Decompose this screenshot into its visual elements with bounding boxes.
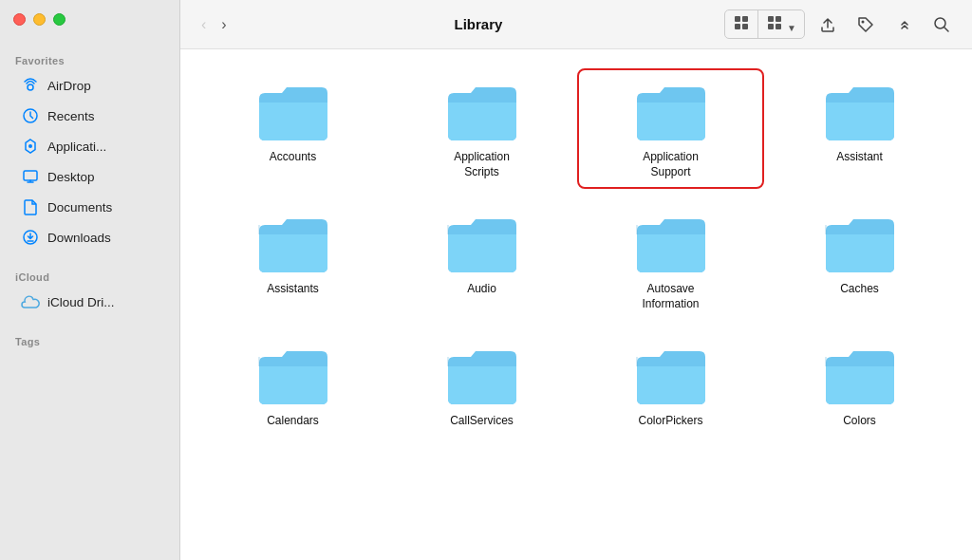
minimize-button[interactable] xyxy=(33,13,46,26)
svg-rect-3 xyxy=(24,171,37,180)
svg-rect-10 xyxy=(776,16,781,22)
folder-colors-label: Colors xyxy=(843,414,876,429)
favorites-label: Favorites xyxy=(0,47,179,70)
folder-audio-label: Audio xyxy=(467,282,496,297)
sidebar: Favorites AirDrop Recents Applicati xyxy=(0,0,180,560)
folder-calendars[interactable]: Calendars xyxy=(203,336,383,435)
tag-button[interactable] xyxy=(850,11,881,38)
folder-caches-label: Caches xyxy=(840,282,879,297)
sidebar-item-applications-label: Applicati... xyxy=(47,140,106,154)
svg-rect-5 xyxy=(735,16,740,22)
folder-callservices[interactable]: CallServices xyxy=(392,336,571,435)
documents-icon xyxy=(21,197,40,216)
sidebar-item-desktop-label: Desktop xyxy=(47,170,95,184)
recents-icon xyxy=(21,106,40,125)
sidebar-item-recents-label: Recents xyxy=(47,109,95,123)
back-button[interactable]: ‹ xyxy=(196,12,212,37)
tags-label: Tags xyxy=(0,328,179,351)
svg-rect-11 xyxy=(768,24,774,29)
sidebar-item-desktop[interactable]: Desktop xyxy=(6,162,174,191)
applications-icon xyxy=(21,137,40,156)
sidebar-item-downloads[interactable]: Downloads xyxy=(6,223,174,252)
sidebar-item-airdrop-label: AirDrop xyxy=(47,79,91,93)
downloads-icon xyxy=(21,228,40,247)
folder-application-scripts[interactable]: ApplicationScripts xyxy=(392,72,571,185)
svg-point-0 xyxy=(28,84,33,90)
sidebar-item-documents[interactable]: Documents xyxy=(6,193,174,221)
view-switcher: ▼ xyxy=(724,9,805,39)
folder-application-support-label: ApplicationSupport xyxy=(643,150,699,179)
folder-autosave-information-label: AutosaveInformation xyxy=(642,282,699,311)
svg-rect-8 xyxy=(742,24,748,29)
share-button[interactable] xyxy=(813,11,843,38)
more-button[interactable] xyxy=(888,11,919,38)
svg-point-2 xyxy=(28,144,32,148)
folder-application-support[interactable]: ApplicationSupport xyxy=(581,72,760,185)
sidebar-item-icloud-label: iCloud Dri... xyxy=(47,295,115,309)
icloud-drive-icon xyxy=(21,292,40,311)
svg-rect-6 xyxy=(742,16,748,22)
icon-view-button[interactable] xyxy=(725,10,758,38)
svg-rect-9 xyxy=(768,16,774,22)
svg-rect-7 xyxy=(735,24,740,29)
folder-autosave-information[interactable]: AutosaveInformation xyxy=(581,204,760,317)
folder-audio[interactable]: Audio xyxy=(392,204,571,317)
file-grid: Accounts ApplicationScripts ApplicationS… xyxy=(180,49,972,560)
folder-calendars-label: Calendars xyxy=(267,414,319,429)
folder-colorpickers-label: ColorPickers xyxy=(638,414,702,429)
folder-callservices-label: CallServices xyxy=(450,414,514,429)
desktop-icon xyxy=(21,167,40,186)
sidebar-item-airdrop[interactable]: AirDrop xyxy=(6,71,174,100)
folder-assistant[interactable]: Assistant xyxy=(770,72,949,185)
folder-assistants[interactable]: Assistants xyxy=(203,204,383,317)
folder-accounts[interactable]: Accounts xyxy=(203,72,383,185)
folder-colorpickers[interactable]: ColorPickers xyxy=(581,336,760,435)
search-button[interactable] xyxy=(926,11,957,38)
svg-point-14 xyxy=(935,18,945,28)
folder-colors[interactable]: Colors xyxy=(770,336,949,435)
sidebar-item-applications[interactable]: Applicati... xyxy=(6,132,174,160)
nav-buttons: ‹ › xyxy=(196,12,233,37)
folder-accounts-label: Accounts xyxy=(270,150,316,165)
sidebar-item-recents[interactable]: Recents xyxy=(6,102,174,130)
toolbar: ‹ › Library xyxy=(180,0,972,49)
toolbar-actions: ▼ xyxy=(724,9,957,39)
gallery-view-button[interactable]: ▼ xyxy=(758,10,804,38)
sidebar-item-icloud-drive[interactable]: iCloud Dri... xyxy=(6,288,174,316)
folder-assistant-label: Assistant xyxy=(836,150,883,165)
main-content: ‹ › Library xyxy=(180,0,972,560)
svg-rect-12 xyxy=(776,24,781,29)
sidebar-item-documents-label: Documents xyxy=(47,200,112,215)
folder-application-scripts-label: ApplicationScripts xyxy=(454,150,510,179)
toolbar-title: Library xyxy=(242,16,716,32)
close-button[interactable] xyxy=(13,13,26,26)
folder-caches[interactable]: Caches xyxy=(770,204,949,317)
svg-point-13 xyxy=(862,20,865,23)
icloud-label: iCloud xyxy=(0,264,179,287)
sidebar-item-downloads-label: Downloads xyxy=(47,231,111,245)
airdrop-icon xyxy=(21,76,40,95)
forward-button[interactable]: › xyxy=(215,12,232,37)
folder-assistants-label: Assistants xyxy=(267,282,319,297)
traffic-lights xyxy=(13,13,65,26)
maximize-button[interactable] xyxy=(53,13,65,26)
